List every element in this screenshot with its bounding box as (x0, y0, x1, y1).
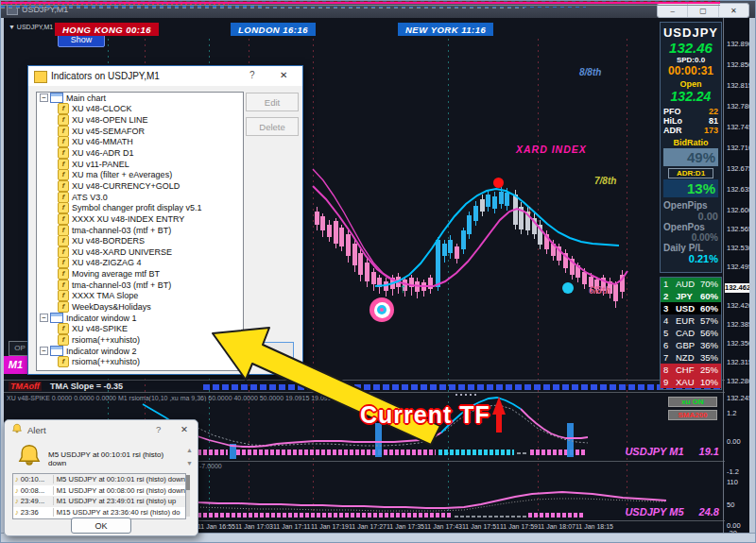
tree-indicator-item[interactable]: fXU v48-OPEN LINE (37, 114, 243, 126)
panel-symbol: USDJPY (661, 25, 721, 40)
tree-indicator-item[interactable]: fXU v48-CURRENCY+GOLD (37, 180, 243, 192)
application-window: USDJPY,M1 – ▢ ✕ ▼ USDJPY,M1 1 Show OP M1 (0, 0, 756, 543)
candle (544, 230, 549, 254)
window2-label: USDJPY M524.8 (530, 506, 719, 518)
alert-close-icon[interactable]: ✕ (180, 424, 188, 434)
candle (473, 201, 478, 226)
tree-indicator-item[interactable]: fXXXX XU v48-INDEX ENTRY (37, 213, 243, 225)
candle-body (467, 215, 472, 234)
level-label-7-8: 7/8th (594, 176, 616, 186)
indicator-function-icon: f (58, 225, 69, 236)
tree-item-label: XXXX TMA Slope (72, 291, 138, 300)
tree-indicator-item[interactable]: frsioma(++xuhisto) (37, 334, 243, 346)
edit-button[interactable]: Edit (246, 93, 299, 111)
dialog-close-icon[interactable]: ✕ (280, 70, 287, 80)
tree-indicator-item[interactable]: frsioma(++xuhisto) (37, 356, 243, 367)
up-arrow-marker: ↑ (400, 280, 406, 296)
time-axis-label: 11 Jan 17:03 (235, 523, 273, 530)
tree-indicator-item[interactable]: fXU v48-CLOCK (37, 104, 243, 115)
candle-body (473, 206, 478, 221)
tree-indicator-item[interactable]: fXU v48-SPIKE (37, 323, 243, 334)
scroll-down-icon[interactable]: ▼ (186, 460, 193, 467)
tree-indicator-item[interactable]: fWeekDays&Holidays (37, 301, 243, 313)
dialog-titlebar[interactable]: Indicators on USDJPY,M1 ? ✕ (28, 66, 302, 86)
indicator-function-icon: f (58, 356, 69, 367)
tree-collapse-icon[interactable]: − (40, 314, 48, 322)
signal-highlight-bar (230, 444, 236, 459)
sma200-button[interactable]: SMA200 (668, 410, 717, 420)
tree-indicator-item[interactable]: fXU v48-XARD UNIVERSE (37, 246, 243, 258)
dialog-close-button[interactable]: Close (233, 342, 294, 363)
tree-window-item[interactable]: −Indicator window 2 (37, 346, 243, 357)
candle-body (409, 278, 414, 287)
tree-indicator-item[interactable]: fXXXX TMA Slope (37, 291, 243, 302)
strength-row-chf: 8CHF25% (661, 364, 721, 376)
candle-body (339, 228, 344, 246)
tree-indicator-item[interactable]: ftma-channel-03 (mtf + BT) (37, 225, 243, 236)
window2-value: 24.8 (699, 506, 719, 518)
tree-indicator-item[interactable]: fXU v46-ADR D1 (37, 147, 243, 159)
alert-titlebar[interactable]: Alert ? ✕ (5, 420, 198, 438)
tree-indicator-item[interactable]: fSymbol changer profit display v5.1 (37, 202, 243, 213)
tree-item-label: XU v48-ZIGZAG 4 (72, 258, 142, 267)
candle-body (334, 221, 338, 244)
scroll-up-icon[interactable]: ▲ (186, 447, 193, 453)
tree-window-item[interactable]: −Main chart (37, 93, 243, 104)
time-axis-label: 11 Jan 16:55 (198, 523, 235, 530)
candle-body (455, 246, 459, 259)
tree-collapse-icon[interactable]: − (40, 93, 48, 102)
tree-indicator-item[interactable]: fXU ma (filter + eAverages) (37, 169, 243, 180)
candle-body (582, 272, 587, 284)
tma-slope-value: TMA Slope = -0.35 (50, 382, 123, 391)
tree-indicator-item[interactable]: fXU v45-SEMAFOR (37, 126, 243, 137)
alert-row[interactable]: ♪23:49...M1 USDJPY at 23:49:01 rsi (hist… (13, 496, 185, 507)
xu-on-button[interactable]: xu ON (668, 397, 717, 407)
indicators-tree[interactable]: −Main chartfXU v48-CLOCKfXU v48-OPEN LIN… (36, 92, 244, 371)
price-scale[interactable]: 132.890132.850132.815132.780132.745132.7… (725, 18, 749, 533)
sell-dot-marker (493, 178, 504, 188)
tree-indicator-item[interactable]: ftma-channel-03 (mtf + BT) (37, 280, 243, 291)
panel-open-label: Open (661, 79, 721, 89)
tree-indicator-item[interactable]: fXU v48-ZIGZAG 4 (37, 258, 243, 269)
strength-row-gbp: 6GBP36% (661, 339, 721, 351)
candle-body (377, 278, 382, 287)
alert-row[interactable]: ♪00:10...M5 USDJPY at 00:10:01 rsi (hist… (13, 474, 185, 485)
tree-indicator-item[interactable]: fMoving average mtf BT (37, 268, 243, 280)
candle (415, 278, 420, 298)
dialog-help-icon[interactable]: ? (249, 70, 255, 80)
adr-d1-label: ADR:D1 (668, 168, 713, 178)
alert-text: M1 USDJPY at 00:08:00 rsi (histo) down (57, 486, 185, 495)
tree-indicator-item[interactable]: fXU v11-PANEL (37, 159, 243, 170)
delete-button[interactable]: Delete (246, 117, 299, 136)
tma-off-label[interactable]: TMAoff (9, 382, 42, 391)
alert-row[interactable]: ♪23:36M15 USDJPY at 23:36:40 rsi (histo)… (13, 507, 185, 518)
alert-list[interactable]: ♪00:10...M5 USDJPY at 00:10:01 rsi (hist… (12, 473, 186, 519)
alert-help-icon[interactable]: ? (156, 424, 161, 434)
candle (352, 240, 357, 272)
tree-indicator-item[interactable]: fXU v46-MMATH (37, 137, 243, 148)
alert-row[interactable]: ♪00:08...M1 USDJPY at 00:08:00 rsi (hist… (13, 485, 185, 497)
tree-item-label: tma-channel-03 (mtf + BT) (72, 226, 171, 235)
candle (327, 220, 332, 242)
strength-row-jpy: 2JPY60% (661, 290, 721, 302)
alert-title: Alert (27, 425, 46, 435)
alert-scrollbar[interactable] (186, 475, 190, 517)
indicator-function-icon: f (58, 136, 69, 147)
ok-button[interactable]: OK (71, 518, 131, 534)
candle-body (613, 284, 618, 301)
candle-body (346, 234, 351, 256)
alert-bell-icon (11, 423, 23, 435)
buy-dot-marker (562, 282, 574, 294)
candle (448, 235, 453, 259)
candle-body (390, 278, 395, 289)
candle-body (538, 225, 542, 245)
row-bell-icon: ♪ (15, 486, 19, 495)
candle-body (442, 244, 447, 256)
tree-collapse-icon[interactable]: − (40, 347, 48, 355)
tree-window-item[interactable]: −Indicator window 1 (37, 313, 243, 324)
alert-time: 23:49... (21, 497, 54, 505)
row-bell-icon: ♪ (15, 497, 19, 505)
tree-indicator-item[interactable]: fATS V3.0 (37, 192, 243, 203)
tree-indicator-item[interactable]: fXU v48-BORDERS (37, 235, 243, 246)
candle (532, 213, 537, 239)
